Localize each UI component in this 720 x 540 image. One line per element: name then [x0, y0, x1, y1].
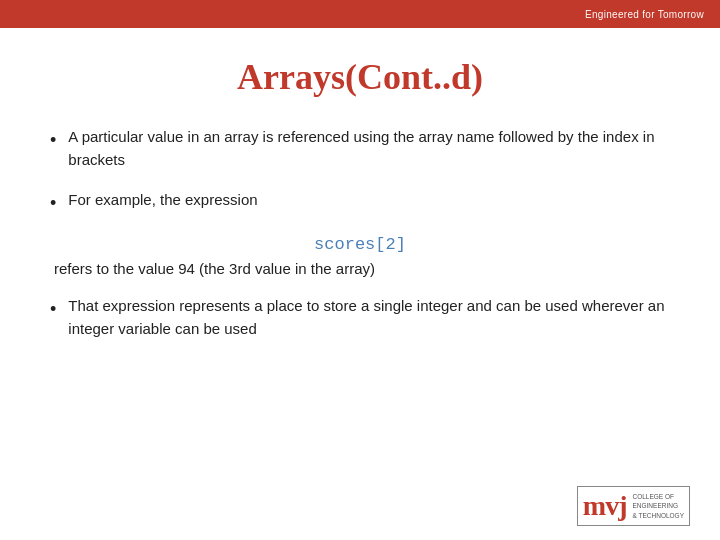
- bullet-dot-2: •: [50, 190, 56, 217]
- logo-line2: ENGINEERING: [632, 501, 684, 510]
- logo-mvj-text: mvj: [583, 490, 627, 522]
- page-title: Arrays(Cont..d): [50, 56, 670, 98]
- bullet-text-1: A particular value in an array is refere…: [68, 126, 670, 171]
- header-tagline: Engineered for Tomorrow: [585, 9, 704, 20]
- refers-text: refers to the value 94 (the 3rd value in…: [50, 260, 670, 277]
- bullet-item-1: • A particular value in an array is refe…: [50, 126, 670, 171]
- bullet-text-3: That expression represents a place to st…: [68, 295, 670, 340]
- logo-line1: COLLEGE OF: [632, 492, 684, 501]
- main-content: Arrays(Cont..d) • A particular value in …: [0, 28, 720, 540]
- logo-line3: & TECHNOLOGY: [632, 511, 684, 520]
- header-bar: Engineered for Tomorrow: [0, 0, 720, 28]
- logo-border: mvj COLLEGE OF ENGINEERING & TECHNOLOGY: [577, 486, 690, 526]
- bullet-item-3: • That expression represents a place to …: [50, 295, 670, 340]
- bullet-dot-3: •: [50, 296, 56, 323]
- bullet-item-2: • For example, the expression: [50, 189, 670, 217]
- code-expression: scores[2]: [50, 235, 670, 254]
- logo-area: mvj COLLEGE OF ENGINEERING & TECHNOLOGY: [577, 486, 690, 526]
- bullet-text-2: For example, the expression: [68, 189, 670, 212]
- bullet-dot-1: •: [50, 127, 56, 154]
- logo-subtext: COLLEGE OF ENGINEERING & TECHNOLOGY: [632, 492, 684, 519]
